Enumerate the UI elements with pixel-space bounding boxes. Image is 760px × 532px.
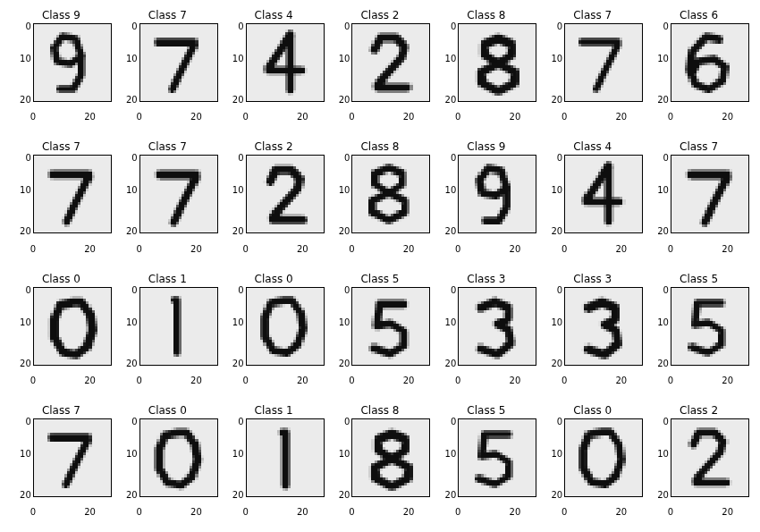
y-tick-label: 0 [445, 286, 457, 295]
y-tick-label: 0 [339, 286, 350, 295]
subplot: Class 801020020 [330, 404, 431, 518]
subplot: Class 501020020 [648, 273, 749, 386]
plot-area: 01020 [11, 155, 112, 243]
y-tick-label: 0 [445, 418, 457, 426]
plot-area: 01020 [224, 155, 325, 243]
subplot-title: Class 7 [42, 404, 80, 417]
y-tick-label: 20 [551, 359, 562, 368]
y-tick-label: 20 [126, 491, 138, 500]
x-axis: 020 [246, 507, 325, 518]
plot-area: 01020 [330, 23, 431, 112]
y-axis: 01020 [551, 23, 562, 103]
y-tick-label: 20 [657, 96, 669, 105]
y-tick-label: 20 [20, 359, 31, 368]
y-tick-label: 10 [657, 186, 669, 195]
subplot-title: Class 9 [467, 140, 505, 153]
y-tick-label: 0 [126, 22, 138, 31]
plot-area: 01020 [435, 418, 536, 507]
subplot-title: Class 4 [573, 140, 612, 153]
x-axis: 020 [33, 244, 112, 255]
x-tick-label: 20 [84, 245, 96, 254]
y-tick-label: 0 [232, 22, 244, 31]
y-tick-label: 20 [657, 227, 669, 236]
y-tick-label: 0 [657, 418, 669, 426]
y-axis: 01020 [657, 287, 669, 367]
plot-area: 01020 [117, 155, 218, 243]
y-tick-label: 10 [126, 318, 138, 327]
x-tick-label: 20 [510, 376, 521, 385]
y-tick-label: 0 [657, 22, 669, 31]
x-tick-label: 0 [455, 113, 460, 122]
y-axis: 01020 [657, 155, 669, 234]
x-tick-label: 0 [668, 113, 673, 122]
digit-image [458, 23, 536, 102]
plot-area: 01020 [330, 155, 431, 243]
plot-area: 01020 [11, 23, 112, 112]
y-tick-label: 10 [657, 55, 669, 63]
x-axis: 020 [458, 376, 536, 386]
subplot-title: Class 2 [255, 140, 293, 153]
x-tick-label: 0 [349, 113, 354, 122]
y-tick-label: 10 [232, 450, 244, 459]
x-axis: 020 [351, 244, 430, 255]
y-axis: 01020 [551, 418, 562, 498]
subplot: Class 201020020 [648, 404, 749, 518]
y-tick-label: 10 [445, 450, 457, 459]
x-tick-label: 20 [297, 376, 308, 385]
plot-area: 01020 [435, 23, 536, 112]
x-tick-label: 0 [668, 508, 673, 517]
subplot-title: Class 3 [573, 273, 612, 285]
y-axis: 01020 [126, 418, 138, 498]
y-tick-label: 10 [657, 318, 669, 327]
subplot-title: Class 1 [148, 273, 187, 285]
plot-area: 01020 [224, 287, 325, 376]
subplot: Class 001020020 [224, 273, 325, 386]
x-tick-label: 0 [137, 245, 142, 254]
y-tick-label: 20 [20, 227, 31, 236]
x-tick-label: 20 [510, 113, 521, 122]
x-tick-label: 0 [242, 376, 248, 385]
x-tick-label: 0 [349, 245, 354, 254]
digit-image [246, 23, 325, 102]
subplot: Class 701020020 [648, 140, 749, 254]
x-axis: 020 [139, 507, 218, 518]
y-axis: 01020 [445, 23, 457, 103]
x-tick-label: 20 [190, 113, 202, 122]
y-tick-label: 20 [126, 359, 138, 368]
y-tick-label: 0 [339, 22, 350, 31]
x-tick-label: 20 [403, 508, 415, 517]
digit-image [351, 287, 430, 366]
y-axis: 01020 [20, 418, 31, 498]
y-tick-label: 20 [232, 96, 244, 105]
subplot: Class 801020020 [330, 140, 431, 254]
subplot-title: Class 3 [467, 273, 505, 285]
y-axis: 01020 [20, 287, 31, 367]
y-tick-label: 0 [126, 154, 138, 163]
x-axis: 020 [139, 112, 218, 122]
y-axis: 01020 [126, 155, 138, 234]
x-tick-label: 20 [297, 245, 308, 254]
y-tick-label: 0 [445, 22, 457, 31]
y-tick-label: 10 [232, 186, 244, 195]
y-tick-label: 0 [20, 418, 31, 426]
plot-area: 01020 [542, 23, 643, 112]
y-tick-label: 20 [232, 227, 244, 236]
plot-area: 01020 [117, 287, 218, 376]
y-tick-label: 10 [126, 186, 138, 195]
plot-area: 01020 [117, 418, 218, 507]
y-tick-label: 20 [339, 359, 350, 368]
subplot-title: Class 2 [680, 404, 718, 417]
x-axis: 020 [564, 507, 643, 518]
x-tick-label: 20 [403, 376, 415, 385]
subplot: Class 801020020 [435, 9, 536, 122]
subplot: Class 101020020 [117, 273, 218, 386]
y-axis: 01020 [657, 23, 669, 103]
x-tick-label: 0 [30, 376, 36, 385]
subplot: Class 401020020 [542, 140, 643, 254]
x-tick-label: 20 [190, 376, 202, 385]
subplot-title: Class 7 [42, 140, 80, 153]
digit-image [351, 155, 430, 233]
subplot-title: Class 6 [680, 9, 718, 21]
digit-image [139, 418, 218, 497]
y-axis: 01020 [339, 155, 350, 234]
